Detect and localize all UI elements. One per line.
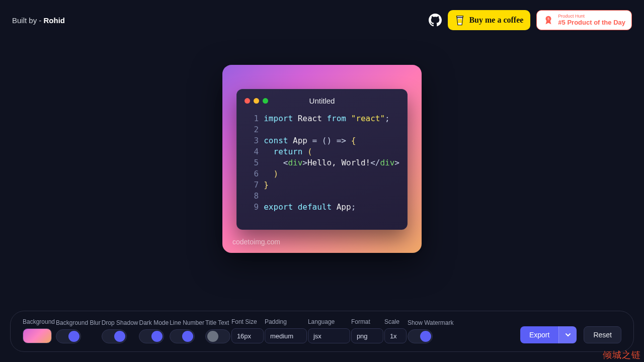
built-by[interactable]: Built by - Rohid bbox=[12, 16, 65, 25]
reset-button[interactable]: Reset bbox=[584, 326, 621, 343]
header-actions: Buy me a coffee 5 Product Hunt #5 Produc… bbox=[429, 10, 632, 30]
group-drop-shadow: Drop Shadow bbox=[102, 319, 138, 343]
label-dark-mode: Dark Mode bbox=[139, 319, 169, 326]
product-hunt-badge[interactable]: 5 Product Hunt #5 Product of the Day bbox=[536, 10, 632, 30]
toggle-show-watermark[interactable] bbox=[408, 329, 433, 343]
export-button[interactable]: Export bbox=[520, 326, 558, 343]
label-padding: Padding bbox=[265, 318, 307, 325]
toggle-drop-shadow[interactable] bbox=[102, 329, 127, 343]
toggle-title-text[interactable] bbox=[205, 329, 230, 343]
export-menu-button[interactable] bbox=[558, 326, 577, 343]
label-background: Background bbox=[23, 318, 55, 325]
group-padding: Padding medium bbox=[265, 318, 307, 343]
editor-titlebar: Untitled bbox=[245, 96, 399, 106]
svg-text:5: 5 bbox=[548, 17, 550, 21]
svg-rect-0 bbox=[458, 19, 462, 23]
code-area[interactable]: 1 2 3 4 5 6 7 8 9 import React from "rea… bbox=[245, 113, 399, 213]
toggle-line-number[interactable] bbox=[170, 329, 195, 343]
code-editor-window[interactable]: Untitled 1 2 3 4 5 6 7 8 9 import React … bbox=[236, 89, 408, 230]
group-format: Format png bbox=[351, 318, 383, 343]
group-background: Background bbox=[23, 318, 55, 343]
select-padding[interactable]: medium bbox=[265, 328, 307, 343]
line-number-gutter: 1 2 3 4 5 6 7 8 9 bbox=[245, 113, 264, 213]
group-dark-mode: Dark Mode bbox=[139, 319, 169, 343]
medal-icon: 5 bbox=[543, 15, 554, 26]
select-font-size[interactable]: 16px bbox=[231, 328, 264, 343]
label-format: Format bbox=[351, 318, 383, 325]
built-by-prefix: Built by - bbox=[12, 16, 44, 25]
bmc-label: Buy me a coffee bbox=[469, 16, 523, 25]
label-line-number: Line Number bbox=[170, 319, 204, 326]
canvas-stage: Untitled 1 2 3 4 5 6 7 8 9 import React … bbox=[222, 65, 422, 253]
code-content[interactable]: import React from "react"; const App = (… bbox=[264, 113, 399, 213]
caret-down-icon bbox=[565, 332, 571, 338]
watermark-text: codetoimg.com bbox=[232, 238, 280, 246]
coffee-cup-icon bbox=[455, 14, 465, 27]
group-line-number: Line Number bbox=[170, 319, 204, 343]
label-language: Language bbox=[308, 318, 350, 325]
settings-toolbar: Background Background Blur Drop Shadow D… bbox=[10, 311, 634, 352]
corner-brand-text: 倾城之链 bbox=[603, 349, 641, 361]
product-hunt-text: Product Hunt #5 Product of the Day bbox=[558, 14, 625, 26]
label-title-text: Title Text bbox=[205, 319, 230, 326]
export-button-group: Export bbox=[520, 326, 577, 343]
toggle-dark-mode[interactable] bbox=[139, 329, 164, 343]
github-icon[interactable] bbox=[429, 14, 442, 27]
select-scale[interactable]: 1x bbox=[384, 328, 407, 343]
group-background-blur: Background Blur bbox=[56, 319, 101, 343]
group-title-text: Title Text bbox=[205, 319, 230, 343]
built-by-name: Rohid bbox=[44, 16, 65, 25]
background-swatch[interactable] bbox=[23, 328, 52, 343]
buy-me-a-coffee-button[interactable]: Buy me a coffee bbox=[448, 10, 530, 30]
group-show-watermark: Show Watermark bbox=[408, 319, 454, 343]
export-card[interactable]: Untitled 1 2 3 4 5 6 7 8 9 import React … bbox=[222, 65, 422, 253]
label-font-size: Font Size bbox=[231, 318, 264, 325]
label-scale: Scale bbox=[384, 318, 407, 325]
label-background-blur: Background Blur bbox=[56, 319, 101, 326]
select-format[interactable]: png bbox=[351, 328, 383, 343]
label-show-watermark: Show Watermark bbox=[408, 319, 454, 326]
editor-title[interactable]: Untitled bbox=[245, 97, 399, 105]
label-drop-shadow: Drop Shadow bbox=[102, 319, 138, 326]
select-language[interactable]: jsx bbox=[308, 328, 350, 343]
header: Built by - Rohid Buy me a coffee 5 Produ… bbox=[0, 0, 644, 40]
toggle-background-blur[interactable] bbox=[56, 329, 81, 343]
ph-title: #5 Product of the Day bbox=[558, 19, 625, 26]
group-scale: Scale 1x bbox=[384, 318, 407, 343]
group-language: Language jsx bbox=[308, 318, 350, 343]
group-font-size: Font Size 16px bbox=[231, 318, 264, 343]
